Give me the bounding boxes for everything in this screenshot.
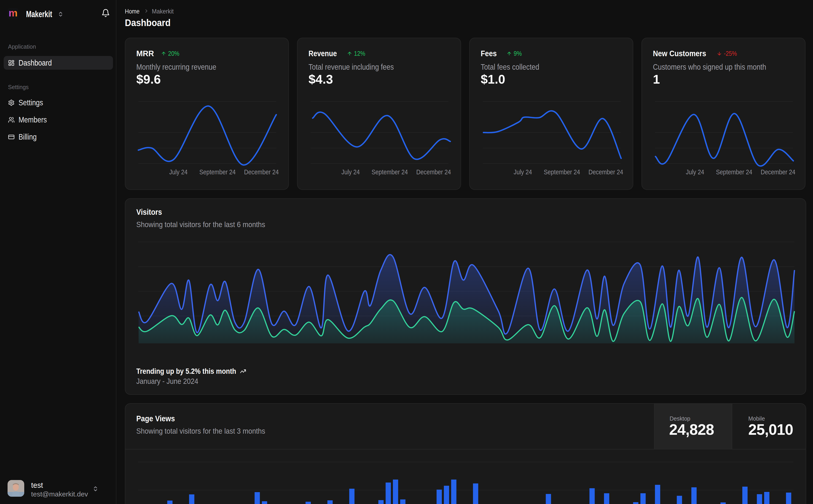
svg-text:m: m	[8, 8, 17, 19]
svg-text:September 24: September 24	[199, 168, 236, 176]
svg-text:July 24: July 24	[341, 168, 360, 176]
svg-text:December 24: December 24	[244, 168, 279, 176]
svg-text:July 24: July 24	[169, 168, 187, 176]
svg-text:September 24: September 24	[544, 168, 580, 176]
svg-text:September 24: September 24	[372, 168, 408, 176]
svg-text:December 24: December 24	[416, 168, 451, 176]
svg-text:December 24: December 24	[588, 168, 623, 176]
svg-text:December 24: December 24	[761, 168, 795, 176]
svg-text:July 24: July 24	[686, 168, 704, 176]
svg-text:September 24: September 24	[716, 168, 752, 176]
svg-text:July 24: July 24	[514, 168, 532, 176]
